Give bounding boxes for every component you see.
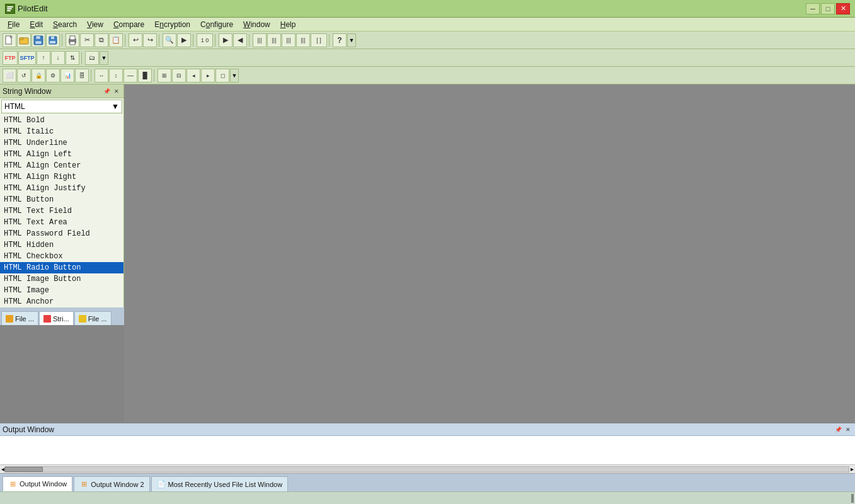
- list-item[interactable]: HTML Underline: [0, 137, 123, 149]
- help-btn[interactable]: ?: [333, 33, 347, 47]
- menu-bar: File Edit Search View Compare Encryption…: [0, 18, 855, 32]
- menu-compare[interactable]: Compare: [108, 19, 149, 30]
- list-item[interactable]: HTML Anchor: [0, 296, 123, 307]
- find-btn[interactable]: 🔍: [163, 33, 176, 47]
- find-next-btn[interactable]: ▶: [177, 33, 191, 47]
- menu-search[interactable]: Search: [48, 19, 82, 30]
- tree-btn[interactable]: 🗂: [85, 51, 99, 65]
- sw-tab-file2[interactable]: File ...: [74, 311, 112, 325]
- menu-view[interactable]: View: [82, 19, 108, 30]
- list-item[interactable]: HTML Password Field: [0, 228, 123, 239]
- title-bar: PilotEdit ─ □ ✕: [0, 0, 855, 18]
- save-all-btn[interactable]: [46, 33, 60, 47]
- download-btn[interactable]: ↓: [51, 51, 65, 65]
- save-btn[interactable]: [32, 33, 45, 47]
- list-item-selected[interactable]: HTML Radio Button: [0, 262, 123, 273]
- sw-tab-file1[interactable]: File ...: [1, 311, 38, 325]
- list-item[interactable]: HTML Align Center: [0, 160, 123, 171]
- toolbar2-dropdown[interactable]: ▼: [100, 51, 108, 65]
- t3-3[interactable]: 🔒: [32, 69, 45, 83]
- stop-btn[interactable]: ◀: [233, 33, 247, 47]
- string-category-dropdown[interactable]: HTML ▼: [1, 100, 122, 113]
- ftp-btn[interactable]: FTP: [3, 51, 18, 65]
- list-item[interactable]: HTML Image: [0, 285, 123, 296]
- menu-configure[interactable]: Configure: [195, 19, 238, 30]
- t3-14[interactable]: ▸: [201, 69, 215, 83]
- undo-btn[interactable]: ↩: [129, 33, 142, 47]
- string-window-close[interactable]: ✕: [112, 87, 121, 96]
- sync-btn[interactable]: ⇅: [66, 51, 79, 65]
- list-item[interactable]: HTML Text Area: [0, 217, 123, 228]
- window-controls: ─ □ ✕: [806, 3, 850, 14]
- toolbar3-dropdown[interactable]: ▼: [230, 69, 239, 83]
- redo-btn[interactable]: ↪: [143, 33, 157, 47]
- sep6: [249, 34, 251, 47]
- list-item[interactable]: HTML Hidden: [0, 239, 123, 251]
- col2-btn[interactable]: |||: [267, 33, 281, 47]
- tab-output-window2[interactable]: ⊞ Output Window 2: [74, 476, 149, 491]
- t3-6[interactable]: 🗄: [75, 69, 89, 83]
- t3-4[interactable]: ⚙: [46, 69, 60, 83]
- list-item[interactable]: HTML Button: [0, 194, 123, 205]
- t3-7[interactable]: ↔: [95, 69, 108, 83]
- t3-8[interactable]: ↕: [109, 69, 123, 83]
- list-item[interactable]: HTML Text Field: [0, 205, 123, 217]
- restore-button[interactable]: □: [821, 3, 835, 14]
- list-item[interactable]: HTML Italic: [0, 126, 123, 137]
- tab-icon-output: ⊞: [8, 479, 17, 488]
- new-btn[interactable]: [3, 33, 16, 47]
- output-close[interactable]: ✕: [844, 425, 852, 434]
- menu-file[interactable]: File: [3, 19, 25, 30]
- print-btn[interactable]: [66, 33, 79, 47]
- close-button[interactable]: ✕: [836, 3, 850, 14]
- list-item[interactable]: HTML Align Justify: [0, 183, 123, 194]
- paste-btn[interactable]: 📋: [109, 33, 123, 47]
- editor-area[interactable]: [124, 84, 855, 423]
- scroll-thumb[interactable]: [5, 467, 43, 472]
- menu-help[interactable]: Help: [275, 19, 301, 30]
- menu-encryption[interactable]: Encryption: [149, 19, 195, 30]
- sftp-btn[interactable]: SFTP: [18, 51, 36, 65]
- t3-10[interactable]: █: [138, 69, 152, 83]
- list-item[interactable]: HTML Align Left: [0, 149, 123, 160]
- t3-9[interactable]: —: [123, 69, 137, 83]
- t3-5[interactable]: 📊: [60, 69, 74, 83]
- list-item[interactable]: HTML Align Right: [0, 171, 123, 183]
- output-pin[interactable]: 📌: [834, 425, 842, 434]
- t3-12[interactable]: ⊟: [172, 69, 186, 83]
- col4-btn[interactable]: |||: [296, 33, 310, 47]
- t3-13[interactable]: ◂: [186, 69, 200, 83]
- list-item[interactable]: HTML Bold: [0, 115, 123, 126]
- upload-btn[interactable]: ↑: [37, 51, 50, 65]
- col3-btn[interactable]: |||: [282, 33, 296, 47]
- svg-rect-14: [50, 41, 55, 43]
- run-btn[interactable]: ▶: [219, 33, 232, 47]
- sw-tab-string[interactable]: Stri...: [39, 311, 74, 325]
- t3-2[interactable]: ↺: [17, 69, 31, 83]
- sep5: [215, 34, 217, 47]
- string-window-titlebar: String Window 📌 ✕: [0, 84, 123, 98]
- minimize-button[interactable]: ─: [806, 3, 820, 14]
- menu-window[interactable]: Window: [238, 19, 275, 30]
- tab-output-window[interactable]: ⊞ Output Window: [3, 476, 72, 491]
- hex-btn[interactable]: 1 0: [197, 33, 213, 47]
- output-scrollbar-horizontal[interactable]: ◂ ▸: [0, 464, 855, 473]
- sep3: [159, 34, 161, 47]
- t3-1[interactable]: ⬜: [3, 69, 16, 83]
- t3-11[interactable]: ⊞: [158, 69, 171, 83]
- string-window-pin[interactable]: 📌: [102, 87, 111, 96]
- svg-rect-17: [70, 42, 75, 45]
- scroll-right-btn[interactable]: ▸: [851, 466, 854, 472]
- num-btn[interactable]: [ ]: [311, 33, 327, 47]
- list-item[interactable]: HTML Checkbox: [0, 251, 123, 262]
- col-btn[interactable]: |||: [253, 33, 267, 47]
- open-btn[interactable]: [17, 33, 31, 47]
- list-item[interactable]: HTML Image Button: [0, 273, 123, 285]
- string-window-title: String Window: [3, 87, 51, 96]
- menu-edit[interactable]: Edit: [25, 19, 48, 30]
- tab-mru-file-list[interactable]: 📄 Most Recently Used File List Window: [151, 476, 289, 491]
- cut-btn[interactable]: ✂: [80, 33, 94, 47]
- copy-btn[interactable]: ⧉: [95, 33, 108, 47]
- t3-15[interactable]: ◻: [215, 69, 229, 83]
- toolbar1-dropdown[interactable]: ▼: [347, 33, 356, 47]
